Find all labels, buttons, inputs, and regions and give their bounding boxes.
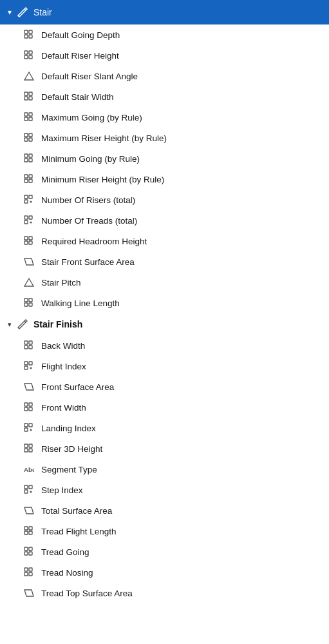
tread-nosing-icon xyxy=(23,567,35,578)
svg-point-37 xyxy=(30,222,32,224)
svg-rect-48 xyxy=(29,341,32,344)
list-item-default-riser-height[interactable]: Default Riser Height xyxy=(0,45,329,66)
list-item-back-width[interactable]: Back Width xyxy=(0,335,329,356)
list-item-flight-index[interactable]: Flight Index xyxy=(0,356,329,376)
segment-type-label: Segment Type xyxy=(41,465,97,474)
svg-rect-39 xyxy=(29,237,32,240)
list-item-default-riser-slant-angle[interactable]: Default Riser Slant Angle xyxy=(0,66,329,86)
list-item-riser-3d-height[interactable]: Riser 3D Height xyxy=(0,438,329,459)
flight-index-label: Flight Index xyxy=(41,362,86,371)
list-item-segment-type[interactable]: Abc Segment Type xyxy=(0,459,329,480)
svg-rect-18 xyxy=(24,133,28,137)
svg-rect-24 xyxy=(24,159,28,162)
minimum-riser-height-by-rule-icon xyxy=(23,173,35,185)
stair-pitch-label: Stair Pitch xyxy=(41,278,81,288)
list-item-front-surface-area[interactable]: Front Surface Area xyxy=(0,376,329,397)
svg-rect-21 xyxy=(29,138,32,141)
maximum-going-by-rule-icon xyxy=(23,112,35,123)
list-item-tread-going[interactable]: Tread Going xyxy=(0,542,329,562)
svg-rect-78 xyxy=(24,552,28,555)
svg-rect-49 xyxy=(24,346,28,349)
tread-going-icon xyxy=(23,546,35,558)
svg-rect-70 xyxy=(24,490,28,493)
list-item-default-stair-width[interactable]: Default Stair Width xyxy=(0,86,329,107)
svg-point-62 xyxy=(30,429,32,431)
svg-line-46 xyxy=(24,321,26,322)
list-item-required-headroom-height[interactable]: Required Headroom Height xyxy=(0,231,329,251)
list-item-step-index[interactable]: Step Index xyxy=(0,480,329,500)
svg-rect-53 xyxy=(24,366,28,369)
tread-top-surface-area-icon xyxy=(23,587,35,599)
stair-front-surface-area-label: Stair Front Surface Area xyxy=(41,257,135,267)
required-headroom-height-label: Required Headroom Height xyxy=(41,237,147,246)
svg-rect-56 xyxy=(29,403,32,406)
svg-rect-9 xyxy=(29,55,32,59)
list-item-total-surface-area[interactable]: Total Surface Area xyxy=(0,500,329,521)
svg-rect-10 xyxy=(24,92,28,95)
list-item-tread-nosing[interactable]: Tread Nosing xyxy=(0,562,329,583)
svg-rect-42 xyxy=(24,298,28,302)
svg-rect-63 xyxy=(24,444,28,447)
list-item-minimum-riser-height-by-rule[interactable]: Minimum Riser Height (by Rule) xyxy=(0,169,329,190)
list-item-tread-top-surface-area[interactable]: Tread Top Surface Area xyxy=(0,583,329,603)
header-title: Stair xyxy=(33,7,52,17)
svg-rect-28 xyxy=(24,179,28,182)
list-item-number-of-risers[interactable]: Number Of Risers (total) xyxy=(0,190,329,210)
maximum-going-by-rule-label: Maximum Going (by Rule) xyxy=(41,113,142,122)
svg-point-71 xyxy=(30,491,32,493)
stair-front-surface-area-icon xyxy=(23,256,35,268)
svg-rect-79 xyxy=(29,552,32,555)
tread-nosing-label: Tread Nosing xyxy=(41,568,93,578)
number-of-treads-label: Number Of Treads (total) xyxy=(41,216,137,226)
list-item-default-going-depth[interactable]: Default Going Depth xyxy=(0,24,329,45)
list-item-stair-front-surface-area[interactable]: Stair Front Surface Area xyxy=(0,251,329,272)
svg-rect-15 xyxy=(29,113,32,116)
stair-finish-title: Stair Finish xyxy=(33,319,82,329)
walking-line-length-icon xyxy=(23,297,35,309)
svg-rect-76 xyxy=(24,547,28,551)
list-item-minimum-going-by-rule[interactable]: Minimum Going (by Rule) xyxy=(0,148,329,169)
svg-rect-51 xyxy=(24,362,28,365)
svg-rect-35 xyxy=(29,216,32,219)
stair-header-icon xyxy=(17,6,28,18)
front-surface-area-icon xyxy=(23,381,35,393)
svg-rect-74 xyxy=(24,531,28,534)
default-riser-slant-angle-label: Default Riser Slant Angle xyxy=(41,72,138,81)
svg-line-1 xyxy=(18,15,19,17)
svg-rect-59 xyxy=(24,424,28,427)
stair-items-list: Default Going Depth Default Riser Height… xyxy=(0,24,329,313)
walking-line-length-label: Walking Line Length xyxy=(41,298,120,308)
list-item-number-of-treads[interactable]: Number Of Treads (total) xyxy=(0,210,329,231)
list-item-stair-pitch[interactable]: Stair Pitch xyxy=(0,272,329,293)
step-index-icon xyxy=(23,484,35,496)
step-index-label: Step Index xyxy=(41,485,83,495)
svg-rect-72 xyxy=(24,527,28,530)
svg-rect-75 xyxy=(29,531,32,534)
list-item-landing-index[interactable]: Landing Index xyxy=(0,418,329,438)
list-item-walking-line-length[interactable]: Walking Line Length xyxy=(0,293,329,313)
list-item-front-width[interactable]: Front Width xyxy=(0,397,329,418)
back-width-label: Back Width xyxy=(41,341,85,351)
stair-finish-section-header[interactable]: ▾ Stair Finish xyxy=(0,313,329,335)
stair-header: ▾ Stair xyxy=(0,0,329,24)
back-width-icon xyxy=(23,340,35,351)
svg-rect-5 xyxy=(29,35,32,38)
svg-rect-2 xyxy=(24,30,28,34)
minimum-going-by-rule-icon xyxy=(23,153,35,164)
svg-text:Abc: Abc xyxy=(24,466,34,473)
number-of-risers-icon xyxy=(23,194,35,206)
default-stair-width-icon xyxy=(23,91,35,102)
number-of-treads-icon xyxy=(23,215,35,226)
svg-rect-83 xyxy=(29,572,32,576)
list-item-tread-flight-length[interactable]: Tread Flight Length xyxy=(0,521,329,542)
svg-rect-47 xyxy=(24,341,28,344)
list-item-maximum-riser-height-by-rule[interactable]: Maximum Riser Height (by Rule) xyxy=(0,128,329,148)
total-surface-area-label: Total Surface Area xyxy=(41,506,112,516)
header-chevron[interactable]: ▾ xyxy=(8,8,12,17)
svg-rect-69 xyxy=(29,485,32,489)
svg-rect-27 xyxy=(29,175,32,178)
svg-rect-41 xyxy=(29,241,32,244)
svg-rect-45 xyxy=(29,303,32,306)
landing-index-label: Landing Index xyxy=(41,424,96,433)
list-item-maximum-going-by-rule[interactable]: Maximum Going (by Rule) xyxy=(0,107,329,128)
